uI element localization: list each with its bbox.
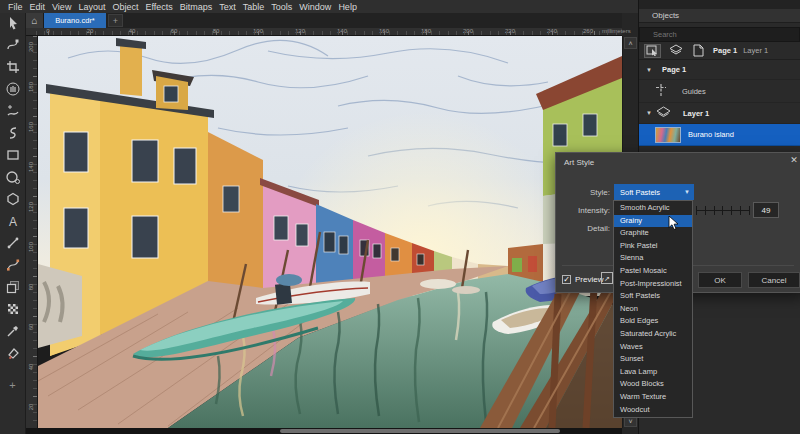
ruler-tick: 140 [337,28,347,34]
ruler-tick: 120 [28,201,34,213]
style-option[interactable]: Pastel Mosaic [614,265,692,278]
ruler-tick: 260 [583,28,593,34]
style-option[interactable]: Neon [614,303,692,316]
polygon-tool-icon[interactable] [5,192,21,206]
burano-artwork [38,36,622,428]
home-icon[interactable]: ⌂ [26,13,44,28]
tree-row-layer[interactable]: ▼ Layer 1 [639,103,800,124]
object-label: Burano island [688,130,734,139]
menu-file[interactable]: File [8,2,23,12]
ruler-tick: 140 [28,161,34,173]
detail-label: Detail: [564,224,610,233]
cancel-button[interactable]: Cancel [748,272,800,288]
preview-checkbox[interactable]: ✓ [562,275,571,284]
crop-tool-icon[interactable] [5,60,21,74]
freehand-tool-icon[interactable] [5,104,21,118]
style-dropdown[interactable]: Soft Pastels ▼ [614,184,694,200]
drawing-canvas[interactable] [38,36,622,428]
style-option[interactable]: Smooth Acrylic [614,202,692,215]
style-option[interactable]: Pink Pastel [614,240,692,253]
fill-tool-icon[interactable] [5,346,21,360]
menu-view[interactable]: View [52,2,71,12]
svg-text:A: A [8,215,16,229]
guides-label: Guides [682,87,706,96]
style-dropdown-value: Soft Pastels [620,188,660,197]
menu-tools[interactable]: Tools [271,2,292,12]
style-option[interactable]: Saturated Acrylic [614,328,692,341]
ellipse-tool-icon[interactable] [5,170,21,184]
breadcrumb-page[interactable]: Page 1 [713,46,737,55]
menu-text[interactable]: Text [219,2,236,12]
menu-table[interactable]: Table [243,2,265,12]
tree-row-guides[interactable]: Guides [639,80,800,103]
style-option[interactable]: Warm Texture [614,391,692,404]
intensity-slider[interactable] [696,206,750,215]
menu-window[interactable]: Window [299,2,331,12]
eyedropper-tool-icon[interactable] [5,324,21,338]
page-icon[interactable] [690,44,707,58]
object-select-icon[interactable] [644,44,661,58]
ruler-tick: 200 [28,41,34,53]
ruler-tick: 240 [547,28,557,34]
shape-tool-icon[interactable] [5,38,21,52]
panel-title: Objects [639,9,800,23]
layer-label: Layer 1 [683,109,709,118]
menu-bitmaps[interactable]: Bitmaps [180,2,213,12]
style-option-highlighted[interactable]: Grainy [614,215,692,228]
rectangle-tool-icon[interactable] [5,148,21,162]
style-option[interactable]: Woodcut [614,404,692,417]
ruler-tick: 220 [505,28,515,34]
pan-tool-icon[interactable] [5,82,21,96]
menu-layout[interactable]: Layout [78,2,105,12]
chevron-down-icon[interactable]: ▼ [646,67,654,73]
search-input[interactable] [639,27,800,42]
style-option[interactable]: Waves [614,341,692,354]
tree-row-object-selected[interactable]: Burano island [639,124,800,146]
style-option[interactable]: Graphite [614,227,692,240]
layers-icon[interactable] [667,44,684,58]
menu-object[interactable]: Object [112,2,138,12]
drop-shadow-tool-icon[interactable] [5,280,21,294]
ruler-tick: 100 [253,28,263,34]
style-option[interactable]: Sienna [614,252,692,265]
bezier-tool-icon[interactable] [5,258,21,272]
style-option[interactable]: Bold Edges [614,315,692,328]
ruler-tick: 60 [171,28,178,34]
ok-button[interactable]: OK [698,272,742,288]
add-tool-button[interactable]: + [5,378,21,392]
ruler-tick: 80 [213,28,220,34]
line-tool-icon[interactable] [5,236,21,250]
menu-effects[interactable]: Effects [145,2,172,12]
ruler-tick: 100 [28,241,34,253]
horizontal-scrollbar-thumb[interactable] [280,429,560,433]
style-option[interactable]: Wood Blocks [614,378,692,391]
close-icon[interactable]: ✕ [788,155,800,165]
chevron-down-icon: ▼ [684,189,690,195]
transparency-tool-icon[interactable] [5,302,21,316]
guides-icon [654,83,668,99]
intensity-value[interactable]: 49 [753,202,779,218]
document-tab[interactable]: Burano.cdr* [44,13,106,28]
scroll-up-icon[interactable]: ˄ [624,37,637,49]
breadcrumb-layer[interactable]: Layer 1 [743,46,768,55]
style-options-list: Smooth Acrylic Grainy Graphite Pink Past… [613,200,693,418]
style-option[interactable]: Soft Pastels [614,290,692,303]
pick-tool-icon[interactable] [5,16,21,30]
horizontal-scrollbar[interactable] [26,428,622,434]
ruler-tick: 180 [421,28,431,34]
text-tool-icon[interactable]: A [5,214,21,228]
style-option[interactable]: Lava Lamp [614,366,692,379]
popout-preview-icon[interactable]: ↗ [601,272,613,284]
style-option[interactable]: Post-Impressionist [614,278,692,291]
chevron-down-icon[interactable]: ▼ [646,110,654,116]
tree-row-page[interactable]: ▼ Page 1 [639,60,800,80]
menu-bar: File Edit View Layout Object Effects Bit… [0,0,638,13]
ruler-tick: 120 [295,28,305,34]
ruler-tick: 40 [28,361,34,373]
style-option[interactable]: Sunset [614,353,692,366]
new-document-tab-button[interactable]: + [108,14,123,27]
menu-edit[interactable]: Edit [30,2,46,12]
ruler-tick: 0 [46,28,49,34]
menu-help[interactable]: Help [338,2,357,12]
artistic-media-tool-icon[interactable] [5,126,21,140]
